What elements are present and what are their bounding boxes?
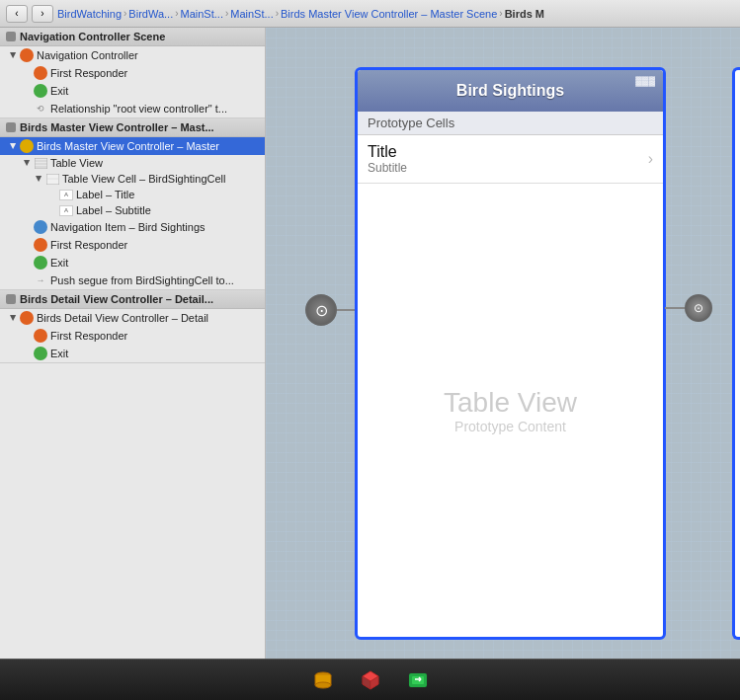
segue-circle: ⊙ [305, 294, 337, 326]
cell-subtitle: Subtitle [368, 161, 648, 175]
back-button[interactable]: ‹ [6, 5, 28, 23]
segue-icon: → [34, 273, 47, 287]
breadcrumb-birds-m[interactable]: Birds M [505, 8, 544, 20]
database-button[interactable] [307, 664, 339, 696]
birds-detail-icon [20, 311, 34, 325]
svg-rect-4 [46, 174, 59, 185]
table-view-icon [34, 157, 47, 169]
phone-mockup: ▓▓▓ Bird Sightings Prototype Cells Title… [355, 67, 666, 640]
exit-3-icon [34, 347, 47, 360]
table-view-text: Table View [444, 387, 577, 419]
tree-exit-3[interactable]: ▶ Exit [0, 345, 265, 362]
segue-symbol: ⊙ [315, 301, 328, 320]
top-toolbar: ‹ › BirdWatching › BirdWa... › MainSt...… [0, 0, 740, 28]
tree-arrow: ▶ [8, 140, 20, 152]
svg-rect-0 [35, 158, 47, 169]
table-view-subtext: Prototype Content [454, 419, 566, 434]
canvas-area[interactable]: ⊙ ▓▓▓ Bird Sightings Prototype Cells Tit… [266, 28, 740, 659]
tree-label-subtitle[interactable]: ▶ A Label – Subtitle [0, 202, 265, 218]
table-view-empty: Table View Prototype Content [358, 184, 663, 637]
nav-controller-scene: Navigation Controller Scene ▶ Navigation… [0, 28, 265, 118]
breadcrumb-master-scene[interactable]: Birds Master View Controller – Master Sc… [281, 8, 497, 20]
breadcrumb: BirdWatching › BirdWa... › MainSt... › M… [57, 8, 544, 20]
tree-birds-detail-vc[interactable]: ▶ Birds Detail View Controller – Detail [0, 309, 265, 327]
breadcrumb-mainst1[interactable]: MainSt... [181, 8, 223, 20]
database-icon [311, 668, 335, 692]
birds-master-scene-header[interactable]: Birds Master View Controller – Mast... [0, 118, 265, 137]
scene-header-icon [6, 294, 16, 304]
right-segue-circle: ⊙ [685, 294, 712, 322]
birds-master-scene: Birds Master View Controller – Mast... ▶… [0, 118, 265, 290]
tree-nav-controller[interactable]: ▶ Navigation Controller [0, 46, 265, 64]
phone-nav-bar: Bird Sightings [358, 70, 663, 112]
tree-first-responder-3[interactable]: ▶ First Responder [0, 327, 265, 345]
birds-detail-scene: Birds Detail View Controller – Detail...… [0, 290, 265, 363]
tree-nav-item[interactable]: ▶ Navigation Item – Bird Sightings [0, 218, 265, 236]
first-responder-3-icon [34, 329, 47, 343]
battery-indicator: ▓▓▓ [635, 76, 655, 86]
tree-table-view-cell[interactable]: ▶ Table View Cell – BirdSightingCell [0, 171, 265, 187]
tree-arrow: ▶ [22, 157, 34, 169]
cell-title: Title [368, 143, 648, 161]
cube-icon [359, 668, 382, 692]
label-title-icon: A [59, 190, 73, 200]
nav-controller-scene-header[interactable]: Navigation Controller Scene [0, 28, 265, 46]
tree-exit-2[interactable]: ▶ Exit [0, 254, 265, 272]
first-responder-2-icon [34, 238, 47, 252]
bottom-toolbar [0, 659, 740, 700]
right-segue-connector: ⊙ [665, 294, 712, 322]
tree-arrow: ▶ [8, 312, 20, 324]
first-responder-icon [34, 66, 47, 80]
nav-item-icon [34, 220, 47, 234]
breadcrumb-mainst2[interactable]: MainSt... [230, 8, 273, 20]
main-area: Navigation Controller Scene ▶ Navigation… [0, 28, 740, 659]
right-segue-line [665, 307, 685, 309]
tree-arrow: ▶ [8, 49, 20, 61]
exit-2-icon [34, 256, 47, 270]
table-cell-content: Title Subtitle [368, 143, 648, 175]
tree-birds-master-vc[interactable]: ▶ Birds Master View Controller – Master [0, 137, 265, 155]
nav-controller-icon [20, 48, 34, 62]
prototype-cells-header: Prototype Cells [358, 112, 663, 135]
tree-arrow: ▶ [34, 173, 45, 185]
svg-rect-16 [412, 676, 424, 684]
tree-table-view[interactable]: ▶ Table View [0, 155, 265, 171]
label-subtitle-icon: A [59, 205, 73, 216]
cell-chevron: › [648, 150, 653, 168]
exit-button[interactable] [402, 664, 434, 696]
relationship-icon: ⟲ [34, 102, 47, 116]
breadcrumb-birdwatching[interactable]: BirdWatching [57, 8, 122, 20]
scene-header-icon [6, 32, 16, 41]
exit-icon [34, 84, 47, 98]
tree-push-segue[interactable]: ▶ → Push segue from BirdSightingCell to.… [0, 272, 265, 289]
tree-first-responder-2[interactable]: ▶ First Responder [0, 236, 265, 254]
right-phone-partial [732, 67, 740, 640]
sidebar: Navigation Controller Scene ▶ Navigation… [0, 28, 266, 659]
tree-label-title[interactable]: ▶ A Label – Title [0, 187, 265, 202]
tree-first-responder-1[interactable]: ▶ First Responder [0, 64, 265, 82]
table-cell-row[interactable]: Title Subtitle › [358, 135, 663, 184]
scene-header-icon [6, 122, 16, 132]
tree-exit-1[interactable]: ▶ Exit [0, 82, 265, 100]
cube-button[interactable] [355, 664, 386, 696]
svg-point-8 [315, 682, 331, 688]
birds-master-icon [20, 139, 34, 153]
exit-storyboard-icon [406, 668, 430, 692]
table-cell-icon [45, 173, 59, 185]
phone-nav-title: Bird Sightings [456, 82, 564, 100]
birds-detail-scene-header[interactable]: Birds Detail View Controller – Detail... [0, 290, 265, 309]
tree-relationship[interactable]: ▶ ⟲ Relationship "root view controller" … [0, 100, 265, 117]
forward-button[interactable]: › [32, 5, 53, 23]
breadcrumb-birdwa[interactable]: BirdWa... [128, 8, 173, 20]
